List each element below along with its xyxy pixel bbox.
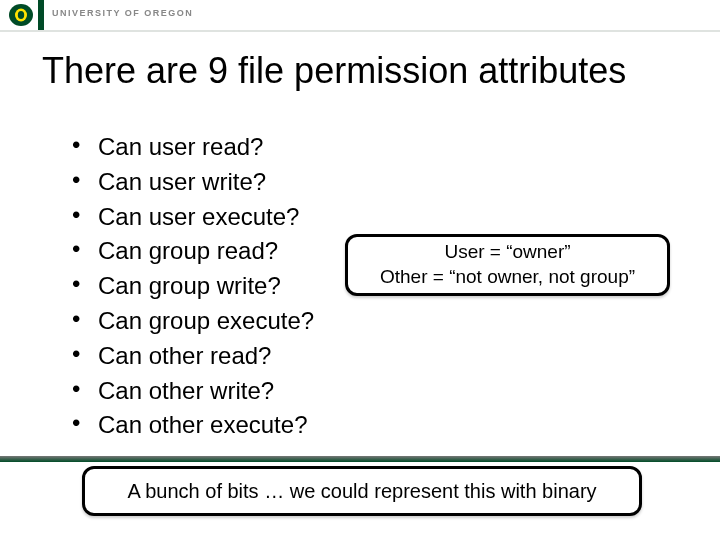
bullet-text: Can group read? bbox=[98, 237, 278, 264]
footer-callout: A bunch of bits … we could represent thi… bbox=[82, 466, 642, 516]
bullet-text: Can other read? bbox=[98, 342, 271, 369]
svg-point-2 bbox=[18, 11, 24, 19]
list-item: Can other write? bbox=[72, 374, 314, 409]
footer-text: A bunch of bits … we could represent thi… bbox=[127, 480, 596, 503]
defs-line-2: Other = “not owner, not group” bbox=[380, 265, 635, 290]
list-item: Can other read? bbox=[72, 339, 314, 374]
definitions-callout: User = “owner” Other = “not owner, not g… bbox=[345, 234, 670, 296]
divider-stripe bbox=[38, 0, 44, 30]
list-item: Can group execute? bbox=[72, 304, 314, 339]
bullet-text: Can other execute? bbox=[98, 411, 307, 438]
bullet-text: Can user write? bbox=[98, 168, 266, 195]
list-item: Can group read? bbox=[72, 234, 314, 269]
slide-title: There are 9 file permission attributes bbox=[42, 50, 682, 92]
bullet-text: Can group write? bbox=[98, 272, 281, 299]
bullet-text: Can group execute? bbox=[98, 307, 314, 334]
list-item: Can group write? bbox=[72, 269, 314, 304]
oregon-o-logo-icon bbox=[6, 2, 36, 28]
bullet-list: Can user read? Can user write? Can user … bbox=[72, 130, 314, 443]
defs-line-1: User = “owner” bbox=[444, 240, 570, 265]
header-bar: UNIVERSITY OF OREGON bbox=[0, 0, 720, 32]
footer-band-edge bbox=[0, 456, 720, 462]
bullet-text: Can user execute? bbox=[98, 203, 299, 230]
bullet-text: Can other write? bbox=[98, 377, 274, 404]
list-item: Can other execute? bbox=[72, 408, 314, 443]
list-item: Can user write? bbox=[72, 165, 314, 200]
slide: UNIVERSITY OF OREGON There are 9 file pe… bbox=[0, 0, 720, 540]
institution-name: UNIVERSITY OF OREGON bbox=[52, 8, 193, 18]
list-item: Can user execute? bbox=[72, 200, 314, 235]
bullet-text: Can user read? bbox=[98, 133, 263, 160]
list-item: Can user read? bbox=[72, 130, 314, 165]
